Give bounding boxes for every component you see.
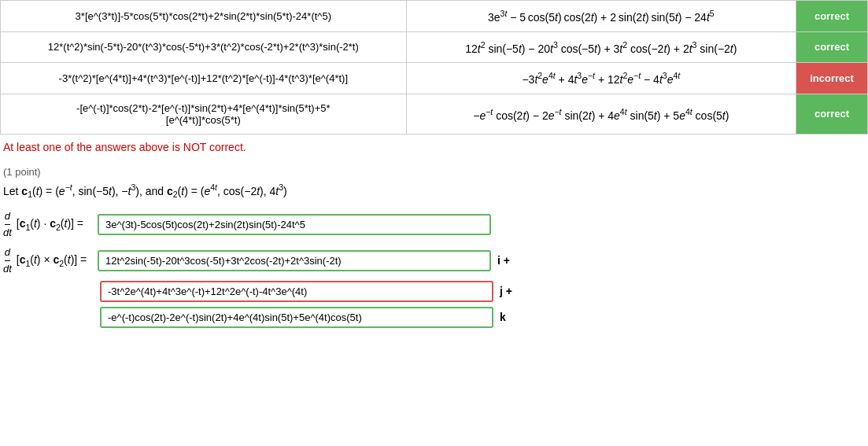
table-row-0-status: correct: [796, 1, 868, 32]
cross-product-k-row: k: [3, 307, 865, 328]
i-suffix: i +: [497, 254, 510, 267]
table-row-0-input: 3*[e^(3*t)]-5*cos(5*t)*cos(2*t)+2*sin(2*…: [1, 1, 407, 32]
k-suffix: k: [500, 311, 506, 323]
dot-product-input[interactable]: [98, 214, 491, 235]
cross-product-k-input[interactable]: [100, 307, 493, 328]
j-suffix: j +: [500, 285, 512, 297]
table-row-2-input: -3*(t^2)*[e^(4*t)]+4*(t^3)*[e^(-t)]+12*(…: [1, 63, 407, 94]
results-table: 3*[e^(3*t)]-5*cos(5*t)*cos(2*t)+2*sin(2*…: [0, 0, 868, 135]
problem-points: (1 point): [3, 166, 865, 178]
cross-product-i-input[interactable]: [98, 250, 491, 271]
cross-product-j-row: j +: [3, 281, 865, 302]
cross-product-label: d dt [c1(t) × c2(t)] =: [3, 245, 98, 276]
table-row-3-input: -[e^(-t)]*cos(2*t)-2*[e^(-t)]*sin(2*t)+4…: [1, 94, 407, 134]
table-row-1-status: correct: [796, 31, 868, 63]
warning-message: At least one of the answers above is NOT…: [0, 135, 868, 160]
dot-product-label: d dt [c1(t) · c2(t)] =: [3, 209, 98, 240]
table-row-3-rendered: −e−t cos(2t) − 2e−t sin(2t) + 4e4t sin(5…: [406, 94, 796, 134]
table-row-3-status: correct: [796, 94, 868, 134]
table-row-0-rendered: 3e3t − 5 cos(5t) cos(2t) + 2 sin(2t) sin…: [406, 1, 796, 32]
table-row-1-input: 12*(t^2)*sin(-5*t)-20*(t^3)*cos(-5*t)+3*…: [1, 31, 407, 63]
problem-section: (1 point) Let c1(t) = (e−t, sin(−5t), −t…: [0, 160, 868, 339]
cross-product-j-input[interactable]: [100, 281, 493, 302]
table-row-1-rendered: 12t2 sin(−5t) − 20t3 cos(−5t) + 3t2 cos(…: [406, 31, 796, 63]
table-row-2-rendered: −3t2e4t + 4t3e−t + 12t2e−t − 4t3e4t: [406, 63, 796, 94]
dot-product-row: d dt [c1(t) · c2(t)] =: [3, 209, 865, 240]
table-row-2-status: incorrect: [796, 63, 868, 94]
problem-statement: Let c1(t) = (e−t, sin(−5t), −t3), and c2…: [3, 181, 865, 201]
cross-product-i-row: d dt [c1(t) × c2(t)] = i +: [3, 245, 865, 276]
